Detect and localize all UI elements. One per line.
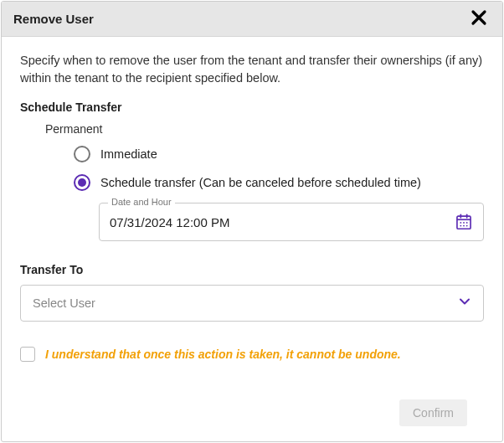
close-button[interactable] [467, 8, 491, 31]
date-field-label: Date and Hour [108, 197, 175, 207]
svg-point-6 [466, 222, 468, 224]
date-field-value: 07/31/2024 12:00 PM [110, 215, 455, 229]
select-user-placeholder: Select User [33, 296, 458, 310]
acknowledge-text: I understand that once this action is ta… [45, 348, 401, 361]
permanent-subheading: Permanent [45, 122, 484, 136]
radio-option-immediate[interactable]: Immediate [74, 146, 484, 162]
confirm-button[interactable]: Confirm [399, 399, 467, 426]
svg-point-4 [460, 222, 461, 224]
dialog-titlebar: Remove User [2, 2, 502, 37]
svg-point-8 [463, 225, 465, 227]
radio-label-scheduled: Schedule transfer (Can be canceled befor… [100, 176, 421, 189]
chevron-down-icon [458, 295, 471, 312]
svg-point-5 [463, 222, 465, 224]
select-user-container: Select User [20, 285, 484, 322]
acknowledge-checkbox[interactable] [20, 347, 35, 362]
remove-user-dialog: Remove User Specify when to remove the u… [1, 1, 503, 442]
dialog-content: Specify when to remove the user from the… [2, 37, 502, 441]
close-icon [470, 8, 488, 30]
dialog-description: Specify when to remove the user from the… [20, 52, 484, 87]
transfer-to-section: Transfer To Select User [20, 263, 484, 322]
radio-option-scheduled[interactable]: Schedule transfer (Can be canceled befor… [74, 174, 484, 191]
radio-icon [74, 174, 90, 191]
select-user-dropdown[interactable]: Select User [20, 285, 484, 322]
date-field-container: Date and Hour 07/31/2024 12:00 PM [99, 203, 484, 241]
date-and-hour-field[interactable]: Date and Hour 07/31/2024 12:00 PM [99, 203, 484, 241]
svg-point-9 [466, 225, 468, 227]
transfer-to-heading: Transfer To [20, 263, 484, 276]
calendar-icon[interactable] [455, 213, 473, 231]
dialog-footer: Confirm [20, 386, 484, 441]
acknowledge-row: I understand that once this action is ta… [20, 347, 484, 362]
dialog-title: Remove User [13, 12, 467, 26]
svg-point-7 [460, 225, 461, 227]
schedule-transfer-heading: Schedule Transfer [20, 100, 484, 114]
radio-icon [74, 146, 90, 162]
radio-label-immediate: Immediate [100, 147, 157, 161]
